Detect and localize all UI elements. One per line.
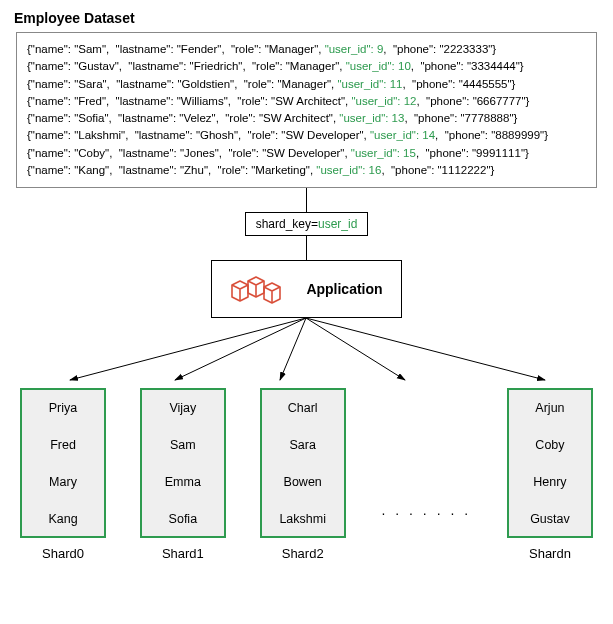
fanout-arrows [10,318,603,388]
shard-item: Sam [170,438,196,452]
svg-line-2 [280,318,306,380]
shard-item: Priya [49,401,77,415]
dataset-record: {"name": "Fred", "lastname": "Williams",… [27,93,586,110]
shard-item: Mary [49,475,77,489]
svg-line-4 [306,318,545,380]
shard-key-box: shard_key=user_id [245,212,369,236]
dataset-record: {"name": "Lakshmi", "lastname": "Ghosh",… [27,127,586,144]
shard-box: CharlSaraBowenLakshmi [260,388,346,538]
shard-item: Lakshmi [279,512,326,526]
shard-label: Shardn [529,546,571,561]
shard-key-label: shard_key= [256,217,318,231]
application-label: Application [306,281,382,297]
dataset-record: {"name": "Gustav", "lastname": "Friedric… [27,58,586,75]
dataset-record: {"name": "Sofia", "lastname": "Velez", "… [27,110,586,127]
shard-item: Vijay [169,401,196,415]
dataset-record: {"name": "Kang", "lastname": "Zhu", "rol… [27,162,586,179]
shard-item: Henry [533,475,566,489]
application-icon [230,271,288,307]
dataset-records: {"name": "Sam", "lastname": "Fender", "r… [16,32,597,188]
dataset-record: {"name": "Sara", "lastname": "Goldstien"… [27,76,586,93]
shard-box: VijaySamEmmaSofia [140,388,226,538]
shard-key-value: user_id [318,217,357,231]
shard-label: Shard1 [162,546,204,561]
shard-item: Fred [50,438,76,452]
shard-box: ArjunCobyHenryGustav [507,388,593,538]
shard-item: Charl [288,401,318,415]
shard-item: Kang [48,512,77,526]
shard-item: Coby [535,438,564,452]
shard-box: PriyaFredMaryKang [20,388,106,538]
application-box: Application [211,260,401,318]
dataset-record: {"name": "Sam", "lastname": "Fender", "r… [27,41,586,58]
shard-column: VijaySamEmmaSofiaShard1 [140,388,226,561]
shards-row: PriyaFredMaryKangShard0VijaySamEmmaSofia… [10,388,603,561]
shard-item: Sofia [169,512,198,526]
shard-label: Shard0 [42,546,84,561]
svg-line-0 [70,318,306,380]
shard-item: Emma [165,475,201,489]
shard-item: Bowen [284,475,322,489]
shard-label: Shard2 [282,546,324,561]
shard-ellipsis: . . . . . . . [380,502,474,518]
shard-item: Gustav [530,512,570,526]
svg-line-1 [175,318,306,380]
flow-connector: shard_key=user_id [10,188,603,318]
shard-item: Sara [289,438,315,452]
shard-column: ArjunCobyHenryGustavShardn [507,388,593,561]
shard-column: PriyaFredMaryKangShard0 [20,388,106,561]
svg-line-3 [306,318,405,380]
shard-item: Arjun [535,401,564,415]
dataset-title: Employee Dataset [10,10,603,26]
dataset-record: {"name": "Coby", "lastname": "Jones", "r… [27,145,586,162]
shard-column: CharlSaraBowenLakshmiShard2 [260,388,346,561]
